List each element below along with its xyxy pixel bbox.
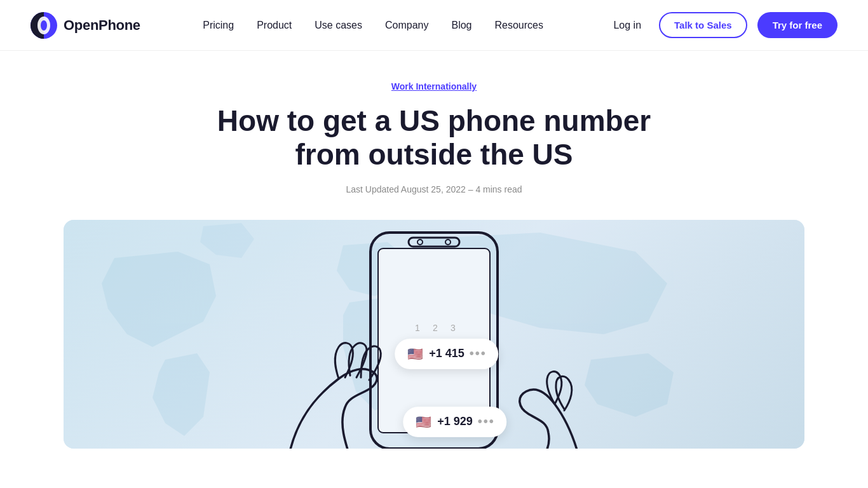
article-meta: Last Updated August 25, 2022 – 4 mins re… xyxy=(346,184,522,194)
svg-text:1: 1 xyxy=(415,323,420,333)
logo-link[interactable]: OpenPhone xyxy=(31,12,140,39)
svg-text:3: 3 xyxy=(451,323,456,333)
bubble-dots-top: ••• xyxy=(470,346,487,361)
svg-point-6 xyxy=(417,240,423,245)
hero-image: 1 2 3 4 5 6 7 8 9 🇺🇸 +1 415 ••• xyxy=(64,220,804,449)
nav-item-product[interactable]: Product xyxy=(257,20,292,31)
svg-rect-5 xyxy=(409,238,459,247)
bubble-dots-bottom: ••• xyxy=(478,414,495,429)
main-content: Work Internationally How to get a US pho… xyxy=(0,51,868,449)
svg-point-2 xyxy=(41,20,47,30)
logo-text: OpenPhone xyxy=(64,17,140,34)
phone-bubble-top: 🇺🇸 +1 415 ••• xyxy=(395,339,498,369)
try-for-free-button[interactable]: Try for free xyxy=(757,12,837,38)
category-tag[interactable]: Work Internationally xyxy=(391,81,477,92)
nav-item-blog[interactable]: Blog xyxy=(451,20,471,31)
nav-item-pricing[interactable]: Pricing xyxy=(203,20,234,31)
phone-number-bottom: +1 929 xyxy=(437,415,473,428)
svg-text:2: 2 xyxy=(433,323,438,333)
us-flag-icon-top: 🇺🇸 xyxy=(406,345,424,363)
nav-item-company[interactable]: Company xyxy=(385,20,428,31)
login-button[interactable]: Log in xyxy=(606,15,649,36)
header-actions: Log in Talk to Sales Try for free xyxy=(606,12,837,38)
svg-point-7 xyxy=(445,240,451,245)
nav-item-resources[interactable]: Resources xyxy=(494,20,543,31)
main-nav: Pricing Product Use cases Company Blog R… xyxy=(203,20,543,31)
talk-to-sales-button[interactable]: Talk to Sales xyxy=(659,12,747,38)
phone-number-top: +1 415 xyxy=(429,347,465,360)
article-title: How to get a US phone number from outsid… xyxy=(186,104,682,172)
logo-icon xyxy=(31,12,57,39)
nav-item-use-cases[interactable]: Use cases xyxy=(315,20,362,31)
phone-bubble-bottom: 🇺🇸 +1 929 ••• xyxy=(403,407,506,437)
us-flag-icon-bottom: 🇺🇸 xyxy=(414,413,432,431)
site-header: OpenPhone Pricing Product Use cases Comp… xyxy=(0,0,868,51)
